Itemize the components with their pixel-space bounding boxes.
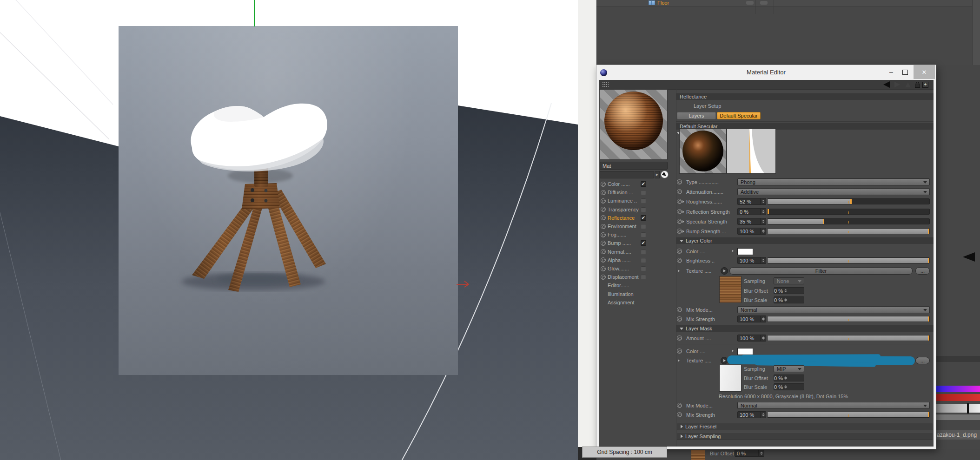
channel-row-transparency[interactable]: Transparency [599,206,676,213]
attenuation-dropdown[interactable]: Additive [737,188,930,195]
swatch-arrow-icon[interactable] [732,349,734,352]
maximize-button[interactable] [899,65,912,79]
mix-mode-dropdown[interactable]: Normal [737,306,930,313]
roughness-slider[interactable] [767,198,930,204]
specular-strength-slider[interactable] [767,218,930,224]
visibility-toggle-icon[interactable] [746,1,754,5]
color-swatch[interactable] [737,348,753,355]
reflection-strength-spinner[interactable]: 0 % [737,208,766,215]
channel-row-assignment[interactable]: Assignment [599,299,676,306]
swatch-arrow-icon[interactable] [732,250,734,252]
gradient-cursor[interactable] [967,403,969,414]
brightness-spinner[interactable]: 100 % [737,257,766,264]
stepper-arrows-icon[interactable] [760,218,766,224]
stepper-arrows-icon[interactable] [760,198,766,204]
channel-row-luminance[interactable]: Luminance .. [599,197,676,204]
forward-arrow-icon[interactable] [893,80,902,89]
expander-icon[interactable] [682,210,684,213]
stepper-arrows-icon[interactable] [760,412,766,418]
radio-icon[interactable] [601,190,606,195]
drag-grip-icon[interactable] [602,82,609,87]
radio-icon[interactable] [677,258,682,263]
radio-icon[interactable] [601,224,606,229]
stepper-arrows-icon[interactable] [783,384,788,390]
stepper-arrows-icon[interactable] [760,316,766,322]
back-arrow-icon[interactable] [881,80,892,89]
radio-icon[interactable] [677,403,682,408]
channel-row-normal[interactable]: Normal..... [599,248,676,256]
texture-play-button[interactable] [721,267,728,275]
viewport[interactable] [0,0,578,460]
channel-row-alpha[interactable]: Alpha ...... [599,256,676,264]
radio-icon[interactable] [601,241,606,246]
render-toggle-icon[interactable] [760,1,768,5]
minimize-button[interactable]: – [885,65,898,79]
channel-row-illumination[interactable]: Illumination [599,290,676,298]
radio-icon[interactable] [677,335,682,341]
sampling-dropdown[interactable]: MIP [774,365,804,372]
radio-icon[interactable] [601,207,606,212]
roughness-spinner[interactable]: 52 % [737,198,766,205]
radio-icon[interactable] [601,249,606,254]
channel-checkbox[interactable] [641,266,646,271]
blur-offset-spinner[interactable]: 0 % [774,375,804,381]
section-header-layer-sampling[interactable]: Layer Sampling [677,433,933,440]
color-swatch[interactable] [737,248,753,255]
radio-icon[interactable] [677,219,682,224]
expander-icon[interactable] [682,220,684,223]
radio-icon[interactable] [677,307,682,312]
section-header-layer-color[interactable]: Layer Color [676,237,934,244]
channel-row-glow[interactable]: Glow....... [599,265,676,272]
channel-checkbox[interactable] [641,257,646,263]
expander-icon[interactable] [678,269,680,272]
blur-offset-spinner[interactable]: 0 % [774,287,804,294]
stepper-arrows-icon[interactable] [760,228,766,234]
section-header-layer-fresnel[interactable]: Layer Fresnel [677,423,933,430]
behind-blur-offset-spinner[interactable]: 0 % [735,450,764,457]
channel-checkbox[interactable] [641,274,646,280]
radio-icon[interactable] [677,179,682,184]
stepper-arrows-icon[interactable] [760,335,766,341]
close-button[interactable]: ✕ [914,65,935,79]
om-scrollbar[interactable] [972,0,980,65]
tab-default-specular[interactable]: Default Specular [717,112,761,119]
channel-row-bump[interactable]: Bump ......✔ [599,239,676,247]
texture-filter-button[interactable]: Filter [729,267,913,275]
blur-scale-spinner[interactable]: 0 % [774,383,804,390]
radio-icon[interactable] [677,209,682,214]
stepper-arrows-icon[interactable] [783,375,788,381]
reflection-strength-slider[interactable] [767,209,930,215]
channel-checkbox[interactable] [641,207,646,212]
mix-strength-spinner[interactable]: 100 % [737,315,766,322]
stepper-arrows-icon[interactable] [760,209,766,215]
nav-triangle-icon[interactable] [904,80,912,89]
stepper-arrows-icon[interactable] [783,297,788,303]
floor-object-label[interactable]: Floor [657,0,669,6]
mix-mode-dropdown[interactable]: Normal [737,402,930,409]
stepper-arrows-icon[interactable] [758,450,764,456]
channel-row-displacement[interactable]: Displacement [599,273,676,281]
expander-icon[interactable] [678,359,680,362]
blur-scale-spinner[interactable]: 0 % [774,296,804,303]
expander-icon[interactable] [682,200,684,203]
radio-icon[interactable] [677,412,682,417]
mix-strength-slider[interactable] [767,316,930,322]
channel-checkbox[interactable]: ✔ [641,181,646,187]
texture-browse-button[interactable]: ... [915,267,930,275]
channel-checkbox[interactable] [641,198,646,204]
channel-row-diffusion[interactable]: Diffusion ... [599,189,676,196]
texture-browse-button[interactable]: ... [915,357,930,364]
channel-checkbox[interactable] [641,190,646,195]
radio-icon[interactable] [601,182,606,187]
channel-checkbox[interactable]: ✔ [641,215,646,221]
mix-strength-slider[interactable] [767,412,930,418]
stepper-arrows-icon[interactable] [783,288,788,294]
amount-slider[interactable] [767,335,930,341]
amount-spinner[interactable]: 100 % [737,335,766,342]
new-material-icon[interactable]: + [922,80,929,89]
channel-checkbox[interactable] [641,249,646,255]
radio-icon[interactable] [601,266,606,271]
bump-strength-spinner[interactable]: 100 % [737,228,766,235]
channel-row-reflectance[interactable]: Reflectance✔ [599,214,676,222]
section-header-layer-mask[interactable]: Layer Mask [676,325,934,332]
